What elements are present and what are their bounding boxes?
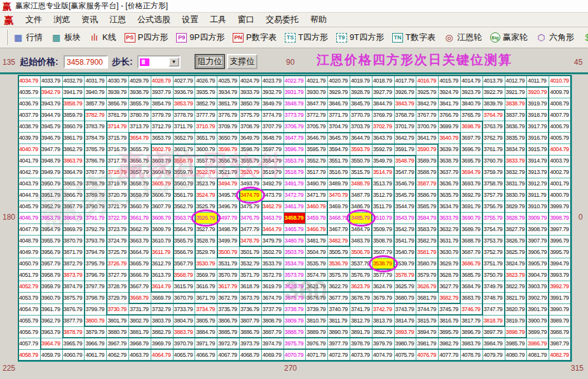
menu-item-4[interactable]: 公式选股	[132, 13, 176, 27]
grid-cell: 3885.79	[217, 327, 240, 338]
grid-cell: 3514.79	[373, 167, 395, 178]
grid-cell: 3683.79	[461, 293, 483, 304]
workspace: 135 90 45 180 0 225 270 315 起始价格: 步长: ▼ …	[0, 49, 588, 379]
grid-cell: 3561.79	[174, 190, 196, 201]
grid-cell: 3920.79	[527, 87, 549, 98]
grid-cell: 4046.79	[18, 213, 41, 224]
resistance-button[interactable]: 阻力位	[195, 54, 225, 69]
grid-cell: 3603.79	[151, 156, 174, 167]
grid-cell: 3898.79	[505, 327, 528, 338]
grid-cell: 3547.79	[395, 167, 417, 178]
grid-cell: 3602.79	[151, 144, 174, 156]
grid-cell: 3999.79	[549, 201, 571, 213]
toolbar-item[interactable]: PNP数字表	[233, 32, 277, 43]
grid-cell: 3744.79	[416, 304, 439, 316]
start-price-input[interactable]	[64, 55, 108, 69]
grid-cell: 3461.79	[284, 201, 306, 213]
grid-cell: 3818.79	[483, 316, 505, 327]
grid-cell: 4026.79	[195, 76, 217, 87]
t-number-table-icon: TN	[392, 33, 403, 43]
grid-cell: 3473.79	[262, 190, 284, 201]
grid-cell: 3662.79	[129, 224, 151, 236]
grid-cell: 3726.79	[107, 258, 129, 270]
grid-cell: 4051.79	[18, 270, 41, 281]
toolbar-item[interactable]: TNT数字表	[392, 32, 435, 43]
grid-cell: 3832.79	[505, 167, 528, 178]
grid-cell: 3990.79	[549, 304, 571, 316]
toolbar-item[interactable]: ⬡六角形	[536, 32, 574, 43]
menu-item-8[interactable]: 交易委托	[260, 13, 304, 27]
grid-cell: 3541.79	[395, 236, 417, 247]
grid-cell: 3856.79	[107, 98, 129, 110]
grid-cell: 3684.79	[461, 281, 483, 293]
grid-cell: 4029.79	[129, 76, 151, 87]
toolbar-item[interactable]: Big赢家轮	[490, 32, 528, 43]
toolbar-item[interactable]: T99T四方形	[336, 32, 384, 43]
grid-cell: 3760.79	[483, 156, 505, 167]
grid-cell: 3621.79	[306, 281, 328, 293]
grid-cell: 4059.79	[41, 350, 63, 361]
menu-item-5[interactable]: 设置	[176, 13, 204, 27]
toolbar-item[interactable]: $赢家服务	[582, 32, 588, 43]
grid-cell: 3912.79	[527, 178, 549, 190]
menu-item-3[interactable]: 江恩	[104, 13, 132, 27]
grid-cell: 3785.79	[85, 144, 107, 156]
chevron-down-icon[interactable]: ▼	[168, 57, 179, 67]
toolbar-item[interactable]: ▦行情	[13, 32, 43, 43]
grid-cell: 3775.79	[240, 110, 262, 121]
grid-cell: 4024.79	[240, 76, 262, 87]
grid-cell: 3586.79	[416, 190, 439, 201]
grid-cell: 3468.79	[328, 213, 350, 224]
toolbar-item[interactable]: ▩板块	[51, 32, 81, 43]
grid-cell: 3913.79	[527, 167, 549, 178]
grid-cell: 3801.79	[107, 316, 129, 327]
grid-cell: 3947.79	[41, 144, 63, 156]
toolbar-item[interactable]: TST四方形	[285, 32, 328, 43]
grid-cell: 3809.79	[284, 316, 306, 327]
gann-wheel-icon: ◎	[444, 33, 455, 43]
grid-cell: 3943.79	[41, 98, 63, 110]
menu-item-9[interactable]: 帮助	[304, 13, 332, 27]
support-button[interactable]: 支撑位	[227, 54, 257, 69]
grid-cell: 3498.79	[217, 224, 240, 236]
grid-cell: 3787.79	[85, 167, 107, 178]
grid-cell: 3847.79	[306, 98, 328, 110]
grid-cell: 4082.79	[549, 350, 571, 361]
grid-cell: 3814.79	[395, 316, 417, 327]
grid-cell: 3654.79	[129, 133, 151, 144]
menu-item-2[interactable]: 资讯	[76, 13, 104, 27]
grid-cell: 3540.79	[395, 247, 417, 258]
toolbar-item[interactable]: ◎江恩轮	[444, 32, 482, 43]
grid-cell: 3792.79	[85, 224, 107, 236]
grid-cell: 3869.79	[63, 224, 85, 236]
grid-cell: 3950.79	[41, 178, 63, 190]
toolbar-item[interactable]: PSP四方形	[125, 32, 168, 43]
grid-cell: 3526.79	[195, 213, 217, 224]
grid-cell: 3548.79	[395, 156, 417, 167]
grid-cell: 3723.79	[107, 224, 129, 236]
grid-cell: 4001.79	[549, 178, 571, 190]
grid-cell: 3857.79	[85, 98, 107, 110]
grid-cell: 3632.79	[439, 224, 461, 236]
grid-cell: 3689.79	[461, 224, 483, 236]
step-combobox[interactable]: ▼	[137, 55, 181, 69]
grid-cell: 3576.79	[350, 270, 373, 281]
grid-cell: 3742.79	[373, 304, 395, 316]
grid-cell: 4050.79	[18, 258, 41, 270]
menu-item-0[interactable]: 文件	[20, 13, 48, 27]
toolbar-item[interactable]: P99P四方形	[176, 32, 224, 43]
grid-cell: 3922.79	[483, 87, 505, 98]
grid-cell: 3628.79	[439, 270, 461, 281]
grid-cell: 3854.79	[151, 98, 174, 110]
menu-item-7[interactable]: 窗口	[232, 13, 260, 27]
menu-item-6[interactable]: 工具	[204, 13, 232, 27]
grid-cell: 3700.79	[416, 121, 439, 133]
grid-cell: 3873.79	[63, 270, 85, 281]
grid-cell: 3979.79	[373, 338, 395, 350]
grid-cell: 3861.79	[63, 133, 85, 144]
grid-cell: 3734.79	[195, 304, 217, 316]
menu-item-1[interactable]: 浏览	[48, 13, 76, 27]
grid-cell: 3550.79	[350, 156, 373, 167]
grid-cell: 3607.79	[151, 201, 174, 213]
toolbar-item[interactable]: ılıK线	[89, 32, 116, 43]
